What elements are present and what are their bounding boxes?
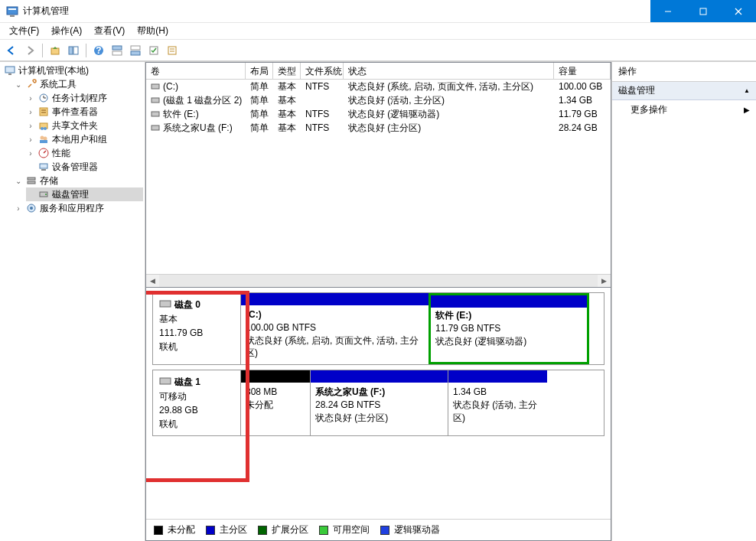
horizontal-scrollbar[interactable]: ◀ ▶ [146,274,611,287]
col-layout[interactable]: 布局 [246,63,273,79]
scroll-track[interactable] [159,275,598,287]
expand-icon[interactable]: › [26,122,35,130]
disk-row[interactable]: 磁盘 0基本111.79 GB联机(C:)100.00 GB NTFS状态良好 … [152,292,604,365]
tree-shared-folders[interactable]: ›共享文件夹 [26,119,143,132]
expand-icon[interactable]: › [26,135,35,144]
partition-title: 系统之家U盘 (F:) [315,386,443,399]
disk-info[interactable]: 磁盘 1可移动29.88 GB联机 [153,370,241,435]
tree-local-users[interactable]: ›本地用户和组 [26,132,143,146]
tree-services-apps[interactable]: ›服务和应用程序 [14,201,143,215]
view-bottom-button[interactable] [127,42,144,59]
maximize-button[interactable] [686,0,721,22]
tree-disk-management[interactable]: 磁盘管理 [26,187,143,201]
settings-button[interactable] [145,42,162,59]
svg-rect-39 [28,181,35,184]
scroll-right-icon[interactable]: ▶ [598,275,611,288]
up-button[interactable] [47,42,64,59]
volume-row[interactable]: 系统之家U盘 (F:)简单基本NTFS状态良好 (主分区)28.24 GB [146,121,611,135]
expand-icon[interactable]: › [14,204,23,213]
toolbar: ? [0,40,756,61]
minimize-button[interactable] [650,0,686,22]
menu-action[interactable]: 操作(A) [45,23,88,39]
disk-info[interactable]: 磁盘 0基本111.79 GB联机 [153,293,241,364]
svg-rect-2 [10,15,15,17]
show-hide-tree-button[interactable] [65,42,82,59]
col-status[interactable]: 状态 [344,63,554,79]
volume-row[interactable]: (C:)简单基本NTFS状态良好 (系统, 启动, 页面文件, 活动, 主分区)… [146,80,611,93]
volume-fs: NTFS [301,108,344,120]
volume-type: 基本 [273,121,301,135]
menu-view[interactable]: 查看(V) [88,23,131,39]
partition-header [431,295,587,308]
actions-panel: 操作 磁盘管理 ▲ 更多操作 ▶ [612,62,756,541]
partition[interactable]: 1.34 GB状态良好 (活动, 主分区) [448,370,547,435]
partition[interactable]: (C:)100.00 GB NTFS状态良好 (系统, 启动, 页面文件, 活动… [241,293,429,364]
tree-system-tools[interactable]: ⌄ 系统工具 [14,77,143,91]
tree-root[interactable]: 计算机管理(本地) [2,64,143,77]
volume-list-header: 卷 布局 类型 文件系统 状态 容量 [146,63,611,80]
volume-list[interactable]: 卷 布局 类型 文件系统 状态 容量 (C:)简单基本NTFS状态良好 (系统,… [145,62,611,288]
svg-rect-1 [8,8,16,10]
partition-status: 状态良好 (逻辑驱动器) [435,335,582,348]
back-button[interactable] [3,42,20,59]
svg-rect-25 [40,108,47,116]
tree-device-manager[interactable]: 设备管理器 [26,160,143,174]
tree-label: 存储 [40,174,58,187]
actions-header: 操作 [612,62,756,82]
partition[interactable]: 308 MB未分配 [241,370,310,435]
volume-status: 状态良好 (逻辑驱动器) [344,107,554,122]
disk-graphical-view[interactable]: 磁盘 0基本111.79 GB联机(C:)100.00 GB NTFS状态良好 … [145,288,611,541]
tree-event-viewer[interactable]: ›事件查看器 [26,105,143,119]
volume-row[interactable]: 软件 (E:)简单基本NTFS状态良好 (逻辑驱动器)11.79 GB [146,107,611,121]
col-fs[interactable]: 文件系统 [301,63,344,79]
volume-type: 基本 [273,80,301,94]
volume-layout: 简单 [246,93,273,108]
col-type[interactable]: 类型 [273,63,301,79]
volume-row[interactable]: (磁盘 1 磁盘分区 2)简单基本状态良好 (活动, 主分区)1.34 GB [146,93,611,107]
forward-button[interactable] [21,42,38,59]
expand-icon[interactable]: › [26,108,35,116]
performance-icon [37,147,50,159]
legend-swatch-extended [258,526,267,535]
menu-file[interactable]: 文件(F) [3,23,45,39]
svg-point-43 [30,207,33,210]
submenu-arrow-icon: ▶ [744,106,750,114]
actions-section[interactable]: 磁盘管理 ▲ [612,82,756,100]
window-title: 计算机管理 [23,5,650,18]
partition[interactable]: 系统之家U盘 (F:)28.24 GB NTFS状态良好 (主分区) [310,370,448,435]
volume-fs [301,99,344,101]
volume-layout: 简单 [246,121,273,135]
svg-rect-12 [112,46,122,50]
view-top-button[interactable] [109,42,125,59]
refresh-button[interactable] [164,42,181,59]
disk-status: 联机 [159,417,234,431]
col-volume[interactable]: 卷 [146,63,246,79]
menu-help[interactable]: 帮助(H) [131,23,174,39]
tree-storage[interactable]: ⌄ 存储 [14,174,143,187]
disk-row[interactable]: 磁盘 1可移动29.88 GB联机308 MB未分配系统之家U盘 (F:)28.… [152,370,604,436]
legend: 未分配 主分区 扩展分区 可用空间 逻辑驱动器 [146,519,611,540]
help-button[interactable]: ? [90,42,107,59]
actions-more[interactable]: 更多操作 ▶ [612,100,756,119]
disk-icon [159,377,171,388]
tree-performance[interactable]: ›性能 [26,146,143,160]
disk-status: 联机 [159,340,234,354]
expand-icon[interactable]: › [26,94,35,103]
col-capacity[interactable]: 容量 [554,63,611,79]
close-button[interactable] [721,0,756,22]
disk-label: 磁盘 1 [174,376,200,387]
partition-size: 308 MB [246,386,305,399]
tree-task-scheduler[interactable]: ›任务计划程序 [26,91,143,105]
collapse-icon[interactable]: ⌄ [14,80,23,89]
menu-bar: 文件(F) 操作(A) 查看(V) 帮助(H) [0,23,756,40]
svg-rect-17 [168,47,176,54]
expand-icon[interactable]: › [26,149,35,158]
collapse-triangle-icon: ▲ [744,87,750,94]
tree-panel[interactable]: 计算机管理(本地) ⌄ 系统工具 ›任务计划程序 ›事件查看器 ›共享文件夹 ›… [0,62,145,541]
toolbar-separator [42,44,43,57]
collapse-icon[interactable]: ⌄ [14,177,23,185]
tree-label: 本地用户和组 [52,133,107,146]
scroll-left-icon[interactable]: ◀ [146,275,159,288]
partition[interactable]: 软件 (E:)11.79 GB NTFS状态良好 (逻辑驱动器) [429,293,589,364]
partition-header [241,370,310,383]
